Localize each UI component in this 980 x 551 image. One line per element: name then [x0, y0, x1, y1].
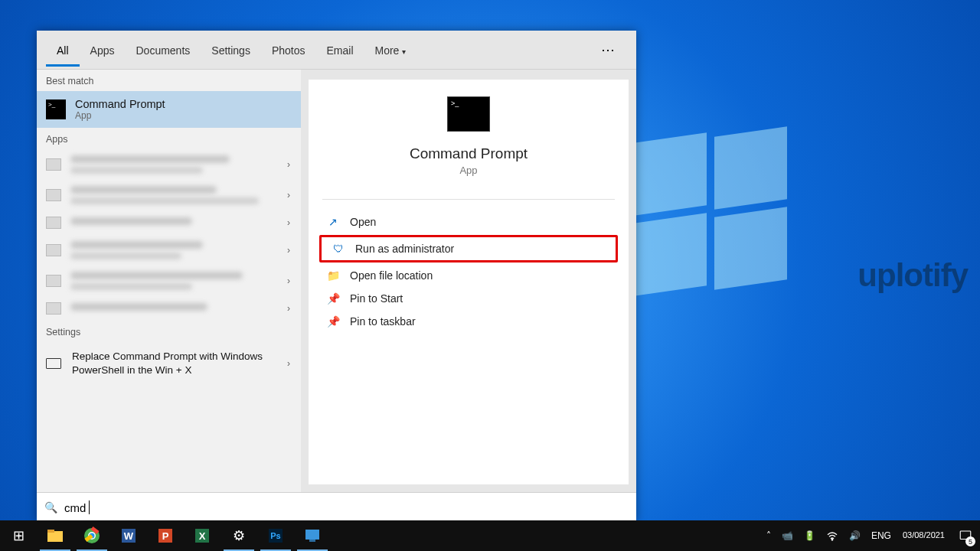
- svg-rect-1: [47, 530, 54, 533]
- result-title: Command Prompt: [75, 98, 165, 110]
- result-app-blurred[interactable]: ›: [37, 296, 301, 321]
- section-apps: Apps: [37, 128, 301, 149]
- svg-rect-14: [309, 540, 315, 542]
- svg-rect-0: [47, 531, 63, 542]
- chevron-right-icon: ›: [287, 276, 290, 286]
- search-bar: 🔍: [37, 492, 636, 522]
- taskbar-excel[interactable]: X: [184, 520, 220, 551]
- chevron-right-icon: ›: [287, 358, 290, 369]
- text-cursor: [89, 500, 90, 514]
- cmd-icon: >_: [46, 99, 66, 119]
- taskbar-photoshop[interactable]: Ps: [257, 520, 294, 551]
- preview-title: Command Prompt: [410, 145, 528, 162]
- action-pin-taskbar[interactable]: 📌 Pin to taskbar: [316, 310, 621, 333]
- folder-icon: 📁: [327, 269, 339, 282]
- search-options-icon[interactable]: ⋯: [590, 41, 627, 58]
- results-panel: Best match >_ Command Prompt App Apps › …: [37, 70, 301, 492]
- tab-all[interactable]: All: [46, 34, 80, 67]
- search-icon: 🔍: [44, 501, 57, 514]
- result-app-blurred[interactable]: ›: [37, 235, 301, 266]
- tab-email[interactable]: Email: [315, 34, 364, 67]
- tray-date: 03/08/2021: [903, 530, 945, 541]
- tray-battery-icon[interactable]: 🔋: [799, 520, 821, 551]
- monitor-icon: [46, 358, 61, 369]
- windows-logo: [634, 138, 787, 291]
- tab-documents[interactable]: Documents: [125, 34, 201, 67]
- taskbar-settings[interactable]: ⚙: [220, 520, 257, 551]
- annotation-highlight: 🛡 Run as administrator: [319, 235, 618, 262]
- setting-text: Replace Command Prompt with Windows Powe…: [72, 350, 292, 377]
- taskbar-powerpoint[interactable]: P: [147, 520, 184, 551]
- result-command-prompt[interactable]: >_ Command Prompt App: [37, 91, 301, 128]
- taskbar-word[interactable]: W: [110, 520, 147, 551]
- chevron-right-icon: ›: [287, 303, 290, 314]
- svg-point-15: [831, 540, 832, 540]
- chevron-right-icon: ›: [287, 245, 290, 256]
- tray-wifi-icon[interactable]: [821, 520, 844, 551]
- action-open[interactable]: ↗ Open: [316, 210, 621, 233]
- preview-cmd-icon: [447, 96, 490, 132]
- taskbar-app[interactable]: [294, 520, 331, 551]
- section-best-match: Best match: [37, 70, 301, 91]
- tray-clock[interactable]: 03/08/2021: [897, 530, 951, 541]
- preview-panel: Command Prompt App ↗ Open 🛡 Run as admin…: [309, 80, 629, 484]
- pin-icon: 📌: [327, 315, 339, 328]
- open-icon: ↗: [327, 216, 339, 228]
- preview-subtitle: App: [459, 165, 477, 176]
- action-open-location[interactable]: 📁 Open file location: [316, 264, 621, 287]
- svg-rect-13: [305, 530, 319, 540]
- divider: [322, 199, 615, 200]
- taskbar-explorer[interactable]: [37, 520, 74, 551]
- shield-icon: 🛡: [332, 243, 345, 255]
- search-input[interactable]: [64, 501, 89, 514]
- result-app-blurred[interactable]: ›: [37, 266, 301, 296]
- pin-icon: 📌: [327, 292, 339, 305]
- svg-text:W: W: [124, 530, 134, 542]
- tab-more[interactable]: More▾: [364, 34, 417, 67]
- tab-photos[interactable]: Photos: [261, 34, 316, 67]
- taskbar-chrome[interactable]: [74, 520, 110, 551]
- result-subtitle: App: [75, 110, 165, 121]
- system-tray: ˄ 📹 🔋 🔊 ENG 03/08/2021 5: [761, 520, 980, 551]
- svg-text:P: P: [162, 530, 169, 542]
- watermark-text: uplotify: [858, 257, 968, 294]
- chevron-right-icon: ›: [287, 159, 290, 170]
- search-popup: All Apps Documents Settings Photos Email…: [37, 31, 636, 522]
- tray-language[interactable]: ENG: [866, 520, 897, 551]
- result-app-blurred[interactable]: ›: [37, 149, 301, 180]
- chevron-right-icon: ›: [287, 190, 290, 201]
- taskbar: ⊞ W P X ⚙ Ps ˄ 📹 🔋 🔊 ENG 03/08/2021 5: [0, 520, 980, 551]
- chevron-right-icon: ›: [287, 217, 290, 228]
- start-button[interactable]: ⊞: [0, 520, 37, 551]
- action-run-admin[interactable]: 🛡 Run as administrator: [322, 237, 616, 260]
- tab-apps[interactable]: Apps: [80, 34, 126, 67]
- tray-notifications[interactable]: 5: [951, 520, 980, 551]
- svg-text:X: X: [199, 530, 206, 542]
- notif-badge: 5: [965, 536, 975, 546]
- svg-text:Ps: Ps: [270, 531, 280, 540]
- result-app-blurred[interactable]: ›: [37, 180, 301, 210]
- tray-meet-icon[interactable]: 📹: [776, 520, 799, 551]
- tray-overflow-icon[interactable]: ˄: [761, 520, 776, 551]
- tray-volume-icon[interactable]: 🔊: [844, 520, 866, 551]
- action-pin-start[interactable]: 📌 Pin to Start: [316, 287, 621, 310]
- section-settings: Settings: [37, 321, 301, 342]
- result-setting-replace-cmd[interactable]: Replace Command Prompt with Windows Powe…: [37, 342, 301, 385]
- tab-settings[interactable]: Settings: [201, 34, 261, 67]
- result-app-blurred[interactable]: ›: [37, 210, 301, 235]
- search-tabs: All Apps Documents Settings Photos Email…: [37, 31, 636, 70]
